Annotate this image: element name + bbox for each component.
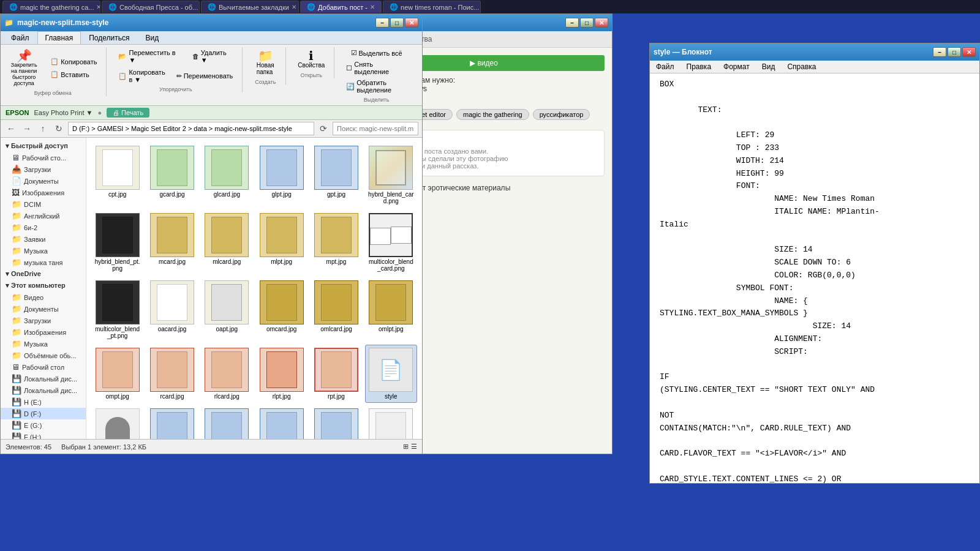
ribbon-tab-view[interactable]: Вид (137, 31, 167, 44)
file-ucard[interactable]: ucard.jpg (146, 405, 198, 439)
sidebar-item-documents[interactable]: 📄 Документы (1, 175, 86, 187)
new-folder-button[interactable]: 📁 Новаяпапка (250, 47, 281, 78)
address-path[interactable]: D (F:) > GAMESI > Magic Set Editor 2 > d… (68, 122, 314, 135)
file-omcard[interactable]: omcard.jpg (255, 277, 307, 342)
file-ulpt[interactable]: ulpt.jpg (255, 405, 307, 439)
file-multicolor-blend[interactable]: multicolor_blend_card.png (365, 210, 417, 275)
pin-button[interactable]: 📌 Закрепить на панелибыстрого доступа (4, 47, 43, 89)
file-glcard[interactable]: glcard.jpg (201, 143, 253, 208)
sidebar-item-desktop2[interactable]: 🖥 Рабочий стол (1, 361, 86, 373)
notepad-menu-view[interactable]: Вид (756, 61, 782, 73)
file-glpt[interactable]: glpt.jpg (255, 143, 307, 208)
file-mcard[interactable]: mcard.jpg (146, 210, 198, 275)
sidebar-thispc-header[interactable]: ▾ Этот компьютер (1, 280, 86, 291)
notepad-menu-format[interactable]: Формат (717, 61, 756, 73)
sidebar-item-fh[interactable]: 💾 F (H:) (1, 431, 86, 439)
file-wcard[interactable]: wcard.jpg (365, 405, 417, 439)
sidebar-item-video[interactable]: 📁 Видео (1, 291, 86, 303)
file-upt[interactable]: upt.jpg (310, 405, 362, 439)
sidebar-item-localdisk1[interactable]: 💾 Локальный дис... (1, 373, 86, 384)
tab-press[interactable]: 🌐 Свободная Пресса - об... ✕ (102, 1, 200, 13)
view-icon-grid[interactable]: ⊞ (403, 443, 409, 451)
notepad-minimize[interactable]: – (933, 47, 946, 57)
ribbon-tab-file[interactable]: Файл (3, 31, 37, 44)
tab-addpost-close[interactable]: ✕ (370, 4, 375, 10)
tab-bookmarks[interactable]: 🌐 Вычитаемые закладки ✕ (201, 1, 299, 13)
deselect-button[interactable]: ☐ Снять выделение (342, 59, 411, 77)
sidebar-item-6i2[interactable]: 📁 6и-2 (1, 222, 86, 233)
notepad-menu-edit[interactable]: Правка (680, 61, 718, 73)
file-gpt[interactable]: gpt.jpg (310, 143, 362, 208)
print-button[interactable]: 🖨 Печать (107, 108, 149, 118)
sidebar-item-img2[interactable]: 📁 Изображения (1, 326, 86, 338)
file-oacard[interactable]: oacard.jpg (146, 277, 198, 342)
sidebar-item-music[interactable]: 📁 Музыка (1, 245, 86, 257)
file-mpt[interactable]: mpt.jpg (310, 210, 362, 275)
move-button[interactable]: 📂 Переместить в ▼ (114, 47, 185, 66)
refresh2-button[interactable]: ⟳ (317, 122, 330, 135)
sidebar-item-dl2[interactable]: 📁 Загрузки (1, 315, 86, 326)
tab-bookmarks-close[interactable]: ✕ (292, 4, 296, 10)
browser-maximize[interactable]: □ (580, 18, 594, 28)
tag-magic-gathering[interactable]: magic the gathering (456, 109, 529, 120)
refresh-button[interactable]: ↻ (52, 122, 66, 135)
select-all-button[interactable]: ☑ Выделить всё (347, 47, 407, 59)
file-rcard[interactable]: rcard.jpg (146, 345, 198, 403)
file-cpt[interactable]: cpt.jpg (91, 143, 143, 208)
sidebar-item-df[interactable]: 💾 D (F:) (1, 408, 86, 419)
file-omlcard[interactable]: omlcard.jpg (310, 277, 362, 342)
file-mlpt[interactable]: mlpt.jpg (255, 210, 307, 275)
copyto-button[interactable]: 📋 Копировать в ▼ (114, 67, 169, 85)
rename-button[interactable]: ✏ Переименовать (172, 70, 238, 82)
sidebar-item-english[interactable]: 📁 Английский (1, 210, 86, 222)
file-mlcard[interactable]: mlcard.jpg (201, 210, 253, 275)
explorer-maximize-button[interactable]: □ (390, 18, 404, 28)
epson-label[interactable]: Easy Photo Print ▼ (34, 109, 93, 116)
sidebar-item-eg[interactable]: 💾 E (G:) (1, 419, 86, 431)
browser-minimize[interactable]: – (565, 18, 579, 28)
tab-addpost[interactable]: 🌐 Добавить пост - ✕ (300, 1, 382, 13)
search-input[interactable] (333, 122, 418, 135)
sidebar-item-localdisk2[interactable]: 💾 Локальный дис... (1, 384, 86, 396)
sidebar-item-images[interactable]: 🖼 Изображения (1, 187, 86, 198)
explorer-minimize-button[interactable]: – (375, 18, 389, 28)
delete-button[interactable]: 🗑 Удалить ▼ (188, 47, 238, 66)
sidebar-item-orders[interactable]: 📁 Заявки (1, 233, 86, 245)
back-button[interactable]: ← (4, 122, 18, 135)
paste-button[interactable]: 📋 Вставить (46, 69, 101, 80)
tab-mtg-close[interactable]: ✕ (96, 4, 100, 10)
sidebar-quickaccess-header[interactable]: ▾ Быстрый доступ (1, 140, 86, 152)
file-style-txt[interactable]: 📄 style (365, 345, 417, 403)
ribbon-tab-home[interactable]: Главная (37, 31, 81, 44)
up-button[interactable]: ↑ (36, 122, 50, 135)
sidebar-item-docs2[interactable]: 📁 Документы (1, 303, 86, 315)
file-hybrid-blend-pt[interactable]: hybrid_blend_pt.png (91, 210, 143, 275)
sidebar-item-music2[interactable]: 📁 Музыка (1, 338, 86, 350)
sidebar-item-dcim[interactable]: 📁 DCIM (1, 198, 86, 210)
tag-russifikator[interactable]: руссификатор (533, 109, 590, 120)
file-tombstone[interactable]: tombstone.png (91, 405, 143, 439)
copy-button[interactable]: 📋 Копировать (46, 56, 101, 67)
file-rlpt[interactable]: rlpt.jpg (255, 345, 307, 403)
ribbon-tab-share[interactable]: Поделиться (81, 31, 137, 44)
sidebar-item-downloads[interactable]: 📥 Загрузки (1, 163, 86, 175)
view-icon-list[interactable]: ☰ (411, 443, 417, 451)
sidebar-item-desktop[interactable]: 🖥 Рабочий сто... (1, 152, 86, 163)
invert-button[interactable]: 🔄 Обратить выделение (342, 77, 411, 96)
properties-button[interactable]: ℹ Свойства (293, 47, 329, 71)
forward-button[interactable]: → (20, 122, 34, 135)
file-multicolor-blend-pt[interactable]: multicolor_blend_pt.png (91, 277, 143, 342)
sidebar-item-3d[interactable]: 📁 Объёмные обь... (1, 350, 86, 361)
notepad-close[interactable]: ✕ (962, 47, 976, 57)
file-omlpt[interactable]: omlpt.jpg (365, 277, 417, 342)
file-rlcard[interactable]: rlcard.jpg (201, 345, 253, 403)
file-ulcard[interactable]: ulcard.jpg (201, 405, 253, 439)
tab-mtg[interactable]: 🌐 magic the gathering ca... ✕ (2, 1, 100, 13)
file-rpt[interactable]: rpt.jpg (310, 345, 362, 403)
tab-search[interactable]: 🌐 new times roman - Поис... ✕ (383, 1, 481, 13)
sidebar-onedrive-header[interactable]: ▾ OneDrive (1, 268, 86, 280)
file-hybrd-blend[interactable]: hybrd_blend_card.png (365, 143, 417, 208)
explorer-close-button[interactable]: ✕ (405, 18, 418, 28)
file-gcard[interactable]: gcard.jpg (146, 143, 198, 208)
sidebar-item-he[interactable]: 💾 H (E:) (1, 396, 86, 408)
